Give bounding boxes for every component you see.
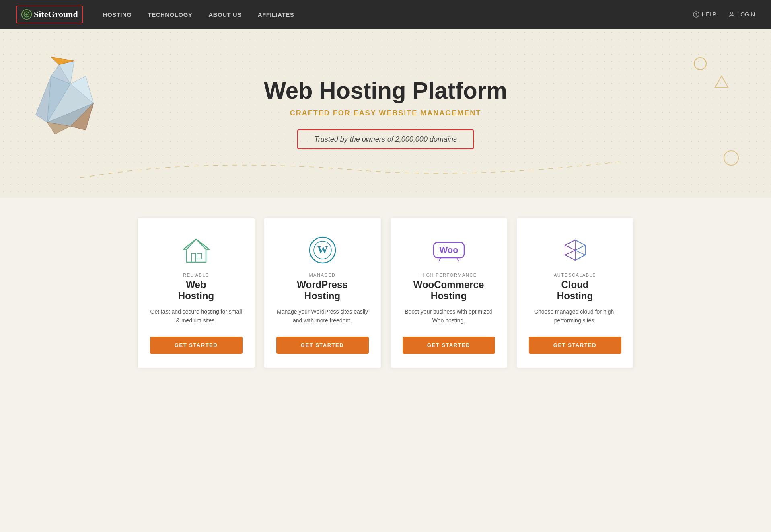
nav-technology[interactable]: TECHNOLOGY	[148, 11, 192, 18]
svg-marker-16	[715, 76, 728, 87]
card-desc-wordpress: Manage your WordPress sites easily and w…	[276, 308, 369, 325]
cloud-icon	[559, 238, 591, 262]
card-title-web-hosting: WebHosting	[178, 279, 214, 301]
deco-circle-1	[694, 57, 707, 70]
get-started-cloud[interactable]: GET STARTED	[529, 337, 621, 354]
navbar: SiteGround HOSTING TECHNOLOGY ABOUT US A…	[0, 0, 771, 29]
svg-text:?: ?	[695, 13, 697, 17]
origami-bird	[24, 53, 117, 138]
card-cloud-hosting: AUTOSCALABLE CloudHosting Choose managed…	[517, 218, 633, 368]
hero-badge: Trusted by the owners of 2,000,000 domai…	[297, 129, 474, 149]
svg-line-21	[196, 239, 206, 249]
svg-marker-29	[565, 240, 575, 250]
card-title-wordpress: WordPressHosting	[297, 279, 347, 301]
svg-rect-18	[191, 253, 195, 262]
card-icon-woo: Woo	[433, 234, 465, 266]
card-label-woo: HIGH PERFORMANCE	[420, 273, 477, 277]
card-title-cloud: CloudHosting	[557, 279, 593, 301]
logo[interactable]: SiteGround	[16, 6, 83, 23]
hero-title: Web Hosting Platform	[264, 78, 507, 103]
cards-section: RELIABLE WebHosting Get fast and secure …	[0, 198, 771, 392]
svg-marker-30	[575, 245, 585, 255]
get-started-web-hosting[interactable]: GET STARTED	[150, 337, 243, 354]
nav-links: HOSTING TECHNOLOGY ABOUT US AFFILIATES	[103, 11, 294, 18]
hero-content: Web Hosting Platform CRAFTED FOR EASY WE…	[264, 78, 507, 149]
hero-badge-text: Trusted by the owners of 2,000,000 domai…	[314, 135, 457, 143]
card-title-woo: WooCommerceHosting	[413, 279, 484, 301]
card-desc-woo: Boost your business with optimized Woo h…	[403, 308, 495, 325]
card-wordpress-hosting: W MANAGED WordPressHosting Manage your W…	[264, 218, 381, 368]
deco-curve	[80, 154, 620, 186]
svg-marker-33	[565, 250, 575, 260]
nav-hosting[interactable]: HOSTING	[103, 11, 132, 18]
svg-text:Woo: Woo	[439, 245, 458, 255]
hero-subtitle: CRAFTED FOR EASY WEBSITE MANAGEMENT	[264, 109, 507, 117]
card-woocommerce-hosting: Woo HIGH PERFORMANCE WooCommerceHosting …	[391, 218, 507, 368]
card-label-wordpress: MANAGED	[309, 273, 335, 277]
woo-icon: Woo	[433, 239, 465, 261]
svg-text:W: W	[317, 244, 328, 256]
nav-left: SiteGround HOSTING TECHNOLOGY ABOUT US A…	[16, 6, 294, 23]
svg-marker-31	[565, 245, 575, 255]
nav-right: ? HELP LOGIN	[693, 11, 755, 18]
nav-about-us[interactable]: ABOUT US	[208, 11, 241, 18]
get-started-woo[interactable]: GET STARTED	[403, 337, 495, 354]
svg-marker-17	[183, 239, 209, 262]
card-icon-cloud	[559, 234, 591, 266]
svg-marker-32	[575, 250, 585, 260]
logo-icon	[21, 9, 32, 20]
help-icon: ?	[693, 11, 699, 18]
logo-text: SiteGround	[21, 9, 78, 20]
card-desc-cloud: Choose managed cloud for high-performing…	[529, 308, 621, 325]
svg-line-20	[187, 239, 196, 249]
login-button[interactable]: LOGIN	[728, 11, 755, 18]
card-label-web-hosting: RELIABLE	[183, 273, 209, 277]
svg-point-2	[25, 13, 28, 16]
hero-section: Web Hosting Platform CRAFTED FOR EASY WE…	[0, 29, 771, 198]
house-icon	[182, 237, 211, 263]
deco-circle-2	[724, 150, 739, 166]
help-button[interactable]: ? HELP	[693, 11, 717, 18]
help-label: HELP	[702, 11, 717, 18]
deco-triangle	[714, 75, 729, 88]
card-icon-wordpress: W	[308, 234, 337, 266]
nav-affiliates[interactable]: AFFILIATES	[258, 11, 294, 18]
card-desc-web-hosting: Get fast and secure hosting for small & …	[150, 308, 243, 325]
card-icon-web-hosting	[182, 234, 211, 266]
card-web-hosting: RELIABLE WebHosting Get fast and secure …	[138, 218, 255, 368]
svg-marker-28	[575, 240, 585, 250]
card-label-cloud: AUTOSCALABLE	[554, 273, 596, 277]
user-icon	[728, 11, 735, 18]
bird-svg	[24, 53, 117, 138]
wordpress-icon: W	[308, 236, 337, 264]
svg-rect-19	[197, 253, 202, 259]
svg-point-5	[730, 12, 733, 14]
get-started-wordpress[interactable]: GET STARTED	[276, 337, 369, 354]
login-label: LOGIN	[737, 11, 755, 18]
